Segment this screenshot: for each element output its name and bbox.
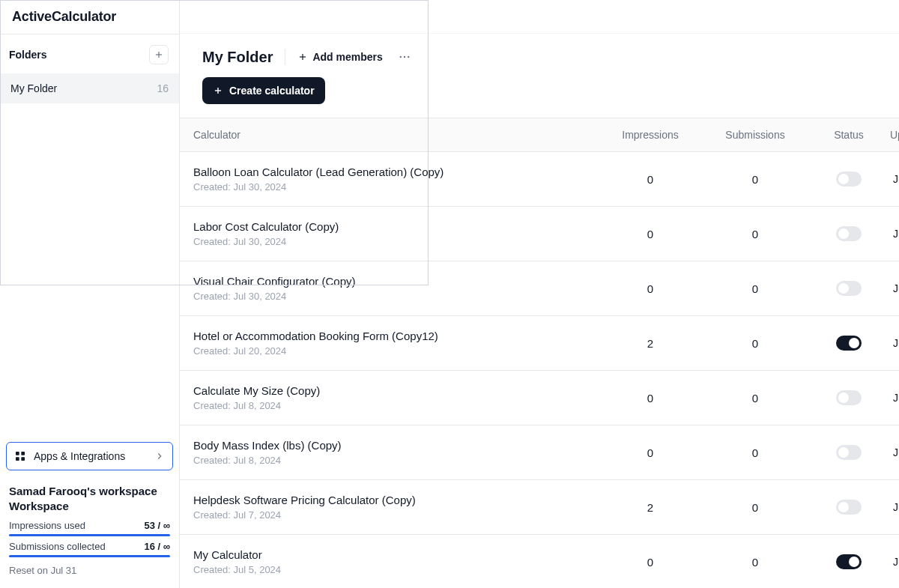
updated-value: Jul [890, 501, 899, 513]
folders-label: Folders [9, 49, 47, 61]
col-updated: Up [890, 129, 899, 141]
plus-icon [154, 49, 164, 60]
calculator-created: Created: Jul 30, 2024 [193, 236, 598, 247]
table-row[interactable]: Helpdesk Software Pricing Calculator (Co… [180, 480, 899, 535]
chevron-right-icon [154, 451, 165, 461]
status-toggle[interactable] [836, 336, 862, 351]
table-row[interactable]: Body Mass Index (lbs) (Copy) Created: Ju… [180, 425, 899, 480]
table-row[interactable]: Hotel or Accommodation Booking Form (Cop… [180, 316, 899, 371]
page-header: My Folder Add members [180, 34, 899, 73]
plus-icon [213, 85, 223, 96]
table-header: Calculator Impressions Submissions Statu… [180, 118, 899, 152]
impressions-value: 53 / ∞ [144, 520, 170, 531]
workspace-name: Samad Farooq's workspace Workspace [9, 484, 170, 515]
status-toggle[interactable] [836, 554, 862, 569]
workspace-panel: Samad Farooq's workspace Workspace Impre… [0, 476, 179, 589]
calculator-name: My Calculator [193, 548, 598, 561]
impressions-stat: Impressions used 53 / ∞ [9, 520, 170, 531]
calculator-created: Created: Jul 30, 2024 [193, 291, 598, 302]
submissions-value: 0 [703, 501, 808, 514]
status-toggle[interactable] [836, 390, 862, 405]
impressions-label: Impressions used [9, 520, 85, 531]
divider [285, 49, 285, 65]
svg-rect-2 [16, 452, 19, 455]
table-row[interactable]: Calculate My Size (Copy) Created: Jul 8,… [180, 371, 899, 425]
plus-icon [297, 52, 308, 62]
folder-count: 16 [157, 82, 169, 94]
table-row[interactable]: My Calculator Created: Jul 5, 2024 0 0 J… [180, 535, 899, 588]
calculator-name: Helpdesk Software Pricing Calculator (Co… [193, 494, 598, 506]
brand-logo: ActiveCalculator [0, 0, 179, 34]
calculator-created: Created: Jul 8, 2024 [193, 455, 598, 466]
impressions-value: 0 [598, 282, 703, 295]
impressions-value: 0 [598, 556, 703, 569]
calculator-created: Created: Jul 30, 2024 [193, 181, 598, 193]
apps-integrations-button[interactable]: Apps & Integrations [6, 442, 173, 470]
calculator-name: Hotel or Accommodation Booking Form (Cop… [193, 330, 598, 342]
calculator-created: Created: Jul 7, 2024 [193, 509, 598, 521]
table-row[interactable]: Labor Cost Calculator (Copy) Created: Ju… [180, 207, 899, 261]
submissions-stat: Submissions collected 16 / ∞ [9, 541, 170, 552]
submissions-value: 16 / ∞ [144, 541, 170, 552]
brand-part1: Active [12, 9, 52, 24]
updated-value: Jul [890, 556, 899, 568]
calculator-name: Visual Chair Configurator (Copy) [193, 275, 598, 288]
impressions-value: 0 [598, 446, 703, 459]
add-members-label: Add members [312, 51, 382, 63]
calculator-created: Created: Jul 20, 2024 [193, 345, 598, 357]
folder-name: My Folder [10, 82, 57, 94]
more-menu-button[interactable] [395, 47, 414, 67]
folder-list: My Folder 16 [0, 73, 179, 103]
updated-value: Jul [890, 228, 899, 240]
create-calculator-label: Create calculator [229, 85, 315, 97]
folders-header: Folders [0, 34, 179, 73]
status-toggle[interactable] [836, 500, 862, 515]
add-folder-button[interactable] [149, 45, 169, 64]
main: My Folder Add members Create calculator … [180, 0, 899, 588]
col-calculator: Calculator [193, 129, 598, 141]
status-toggle[interactable] [836, 172, 862, 187]
page-title: My Folder [202, 49, 273, 66]
sidebar-item-my-folder[interactable]: My Folder 16 [0, 73, 179, 103]
svg-rect-3 [21, 452, 25, 455]
svg-rect-5 [21, 457, 25, 461]
create-calculator-button[interactable]: Create calculator [202, 77, 325, 104]
impressions-value: 0 [598, 228, 703, 240]
reset-label: Reset on Jul 31 [9, 565, 170, 576]
table-row[interactable]: Visual Chair Configurator (Copy) Created… [180, 261, 899, 316]
submissions-value: 0 [703, 337, 808, 350]
table-row[interactable]: Balloon Loan Calculator (Lead Generation… [180, 152, 899, 207]
updated-value: Jul [890, 392, 899, 404]
svg-point-8 [399, 56, 401, 58]
impressions-value: 0 [598, 173, 703, 186]
status-toggle[interactable] [836, 445, 862, 460]
svg-point-9 [404, 56, 405, 58]
updated-value: Jul [890, 173, 899, 185]
submissions-bar [9, 555, 170, 557]
impressions-value: 0 [598, 392, 703, 404]
calculator-name: Balloon Loan Calculator (Lead Generation… [193, 166, 598, 178]
impressions-value: 2 [598, 337, 703, 350]
updated-value: Jul [890, 282, 899, 294]
calculator-created: Created: Jul 8, 2024 [193, 400, 598, 411]
calculator-name: Calculate My Size (Copy) [193, 384, 598, 397]
submissions-value: 0 [703, 392, 808, 404]
impressions-value: 2 [598, 501, 703, 514]
updated-value: Jul [890, 337, 899, 349]
apps-integrations-label: Apps & Integrations [34, 450, 147, 462]
grid-icon [14, 450, 26, 462]
dots-horizontal-icon [398, 50, 411, 64]
add-members-button[interactable]: Add members [297, 51, 382, 63]
status-toggle[interactable] [836, 226, 862, 241]
svg-point-10 [408, 56, 409, 58]
col-submissions: Submissions [703, 129, 808, 141]
sidebar: ActiveCalculator Folders My Folder 16 Ap… [0, 0, 180, 588]
submissions-value: 0 [703, 282, 808, 295]
status-toggle[interactable] [836, 281, 862, 296]
submissions-value: 0 [703, 228, 808, 240]
col-impressions: Impressions [598, 129, 703, 141]
calculator-created: Created: Jul 5, 2024 [193, 564, 598, 575]
calculator-table: Calculator Impressions Submissions Statu… [180, 118, 899, 588]
updated-value: Jul [890, 446, 899, 458]
col-status: Status [808, 129, 890, 141]
